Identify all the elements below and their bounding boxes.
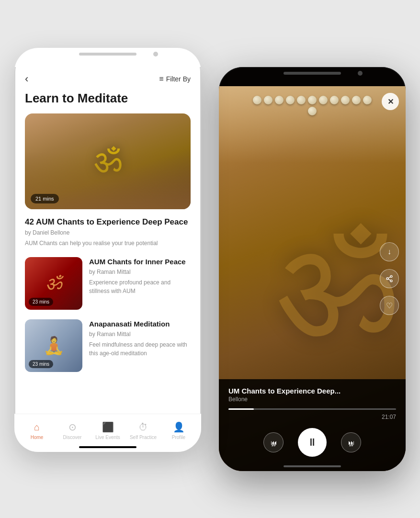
list-title-2: Anapanasati Meditation [89, 319, 191, 329]
live-events-icon: ⬛ [102, 421, 114, 433]
list-item[interactable]: 🧘 23 mins Anapanasati Meditation by Rama… [25, 319, 191, 372]
phone-content-left: ‹ ≡ Filter By Learn to Meditate ॐ 21 min… [14, 67, 201, 452]
home-icon: ⌂ [34, 422, 40, 433]
bead [297, 96, 306, 104]
action-buttons: ↓ ♡ [380, 242, 399, 315]
list-title-1: AUM Chants for Inner Peace [89, 257, 191, 267]
list-info-1: AUM Chants for Inner Peace by Raman Mitt… [89, 257, 191, 295]
featured-title: 42 AUM Chants to Experience Deep Peace [25, 217, 191, 227]
filter-label: Filter By [166, 75, 191, 83]
beads-row [252, 96, 372, 115]
bead [264, 96, 272, 104]
nav-self-practice-label: Self Practice [130, 435, 157, 440]
song-author: Bellone [228, 396, 396, 403]
player-bottom: UM Chants to Experience Deep... Bellone … [219, 379, 406, 471]
featured-info: 42 AUM Chants to Experience Deep Peace b… [25, 217, 191, 248]
svg-point-2 [390, 280, 392, 282]
phone-right: ॐ ✕ ↓ ♡ UM Chants to Experience Deep... … [219, 67, 406, 471]
aum-symbol: ॐ [45, 272, 62, 294]
bead [286, 96, 295, 104]
progress-bar[interactable] [228, 408, 396, 410]
list-author-2: by Raman Mittal [89, 331, 191, 338]
notch-bar [79, 53, 136, 56]
nav-discover-label: Discover [63, 435, 82, 440]
song-title: UM Chants to Experience Deep... [228, 387, 396, 395]
notch-bar-dark [284, 72, 341, 75]
svg-line-3 [388, 279, 391, 281]
nav-live-events[interactable]: ⬛ Live Events [93, 421, 122, 440]
progress-fill [228, 408, 254, 410]
nav-discover[interactable]: ⊙ Discover [58, 421, 87, 440]
song-info: UM Chants to Experience Deep... Bellone [228, 387, 396, 403]
rewind-number: 10 [272, 443, 276, 447]
nav-home[interactable]: ⌂ Home [23, 422, 51, 440]
notch-left [14, 48, 201, 67]
pause-button[interactable]: ⏸ [298, 428, 327, 457]
self-practice-icon: ⏱ [138, 422, 148, 433]
bead [341, 96, 350, 104]
list-desc-2: Feel mindfulness and deep peace with thi… [89, 340, 191, 358]
list-info-2: Anapanasati Meditation by Raman Mittal F… [89, 319, 191, 358]
featured-description: AUM Chants can help you realise your tru… [25, 239, 191, 248]
scroll-content[interactable]: ॐ 21 mins 42 AUM Chants to Experience De… [14, 113, 201, 414]
list-desc-1: Experience profound peace and stillness … [89, 278, 191, 295]
player-controls: ⏮ 10 ⏸ ⏭ 10 [228, 428, 396, 457]
beads-area [219, 86, 406, 163]
download-button[interactable]: ↓ [380, 242, 399, 261]
list-thumb-2: 🧘 23 mins [25, 319, 82, 372]
bead [330, 96, 339, 104]
header-left: ‹ ≡ Filter By [14, 67, 201, 89]
filter-icon: ≡ [159, 75, 163, 83]
phone-content-right: ॐ ✕ ↓ ♡ UM Chants to Experience Deep... … [219, 86, 406, 471]
pause-icon: ⏸ [307, 436, 318, 449]
forward-button[interactable]: ⏭ 10 [341, 432, 361, 452]
list-thumb-1: ॐ 23 mins [25, 257, 82, 310]
featured-author: by Daniel Bellone [25, 229, 191, 236]
featured-duration: 21 mins [31, 194, 59, 203]
camera-dot-dark [358, 71, 363, 76]
om-large-symbol: ॐ [276, 214, 397, 358]
bead [308, 96, 317, 104]
page-title: Learn to Meditate [14, 89, 201, 113]
notch-right [219, 67, 406, 86]
profile-icon: 👤 [173, 421, 185, 433]
discover-icon: ⊙ [68, 421, 77, 433]
meditation-figure: 🧘 [43, 336, 65, 356]
time-display: 21:07 [228, 414, 396, 420]
camera-dot [153, 52, 158, 56]
close-button[interactable]: ✕ [382, 93, 399, 110]
bead [275, 96, 284, 104]
nav-live-events-label: Live Events [95, 435, 120, 440]
list-duration-1: 23 mins [29, 298, 53, 306]
featured-card[interactable]: ॐ 21 mins [25, 113, 191, 209]
svg-line-4 [388, 277, 391, 278]
nav-profile[interactable]: 👤 Profile [164, 421, 193, 440]
phone-left: ‹ ≡ Filter By Learn to Meditate ॐ 21 min… [14, 48, 201, 452]
svg-point-1 [386, 278, 388, 280]
list-duration-2: 23 mins [29, 360, 53, 368]
bead [363, 96, 372, 104]
nav-self-practice[interactable]: ⏱ Self Practice [129, 422, 158, 440]
list-item[interactable]: ॐ 23 mins AUM Chants for Inner Peace by … [25, 257, 191, 310]
filter-button[interactable]: ≡ Filter By [159, 75, 191, 83]
bead [319, 96, 328, 104]
like-button[interactable]: ♡ [380, 296, 399, 315]
share-button[interactable] [380, 269, 399, 288]
list-author-1: by Raman Mittal [89, 269, 191, 275]
svg-point-0 [390, 275, 392, 277]
bead [308, 107, 317, 115]
home-indicator-right [284, 465, 341, 467]
nav-home-label: Home [31, 435, 44, 440]
home-indicator [79, 446, 136, 448]
bead [253, 96, 261, 104]
nav-profile-label: Profile [172, 435, 185, 440]
back-button[interactable]: ‹ [25, 73, 28, 85]
forward-number: 10 [349, 443, 353, 447]
bead [352, 96, 361, 104]
rewind-button[interactable]: ⏮ 10 [263, 432, 284, 452]
